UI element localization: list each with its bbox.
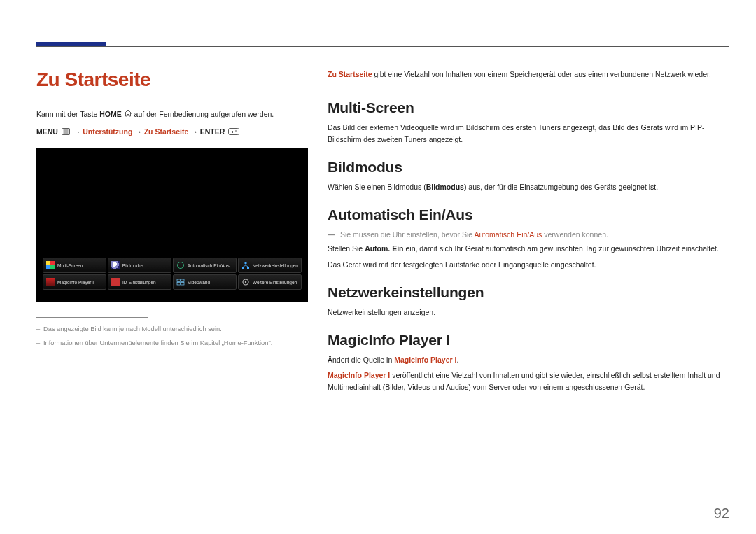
picture-mode-icon: [111, 261, 120, 269]
auto-line2: Das Gerät wird mit der festgelegten Laut…: [328, 259, 729, 270]
tile-bildmodus[interactable]: Bildmodus: [108, 258, 172, 273]
svg-point-13: [245, 281, 246, 283]
gear-icon: [241, 278, 250, 286]
enter-label: ENTER: [200, 127, 225, 136]
menu-label: MENU: [36, 127, 58, 136]
intro-tail: auf der Fernbedienung aufgerufen werden.: [132, 110, 274, 118]
heading-auto: Automatisch Ein/Aus: [328, 206, 729, 223]
auto-note-bold: Automatisch Ein/Aus: [474, 230, 542, 239]
svg-rect-7: [247, 267, 249, 269]
bm-before: Wählen Sie einen Bildmodus (: [328, 183, 426, 191]
heading-magicinfo: MagicInfo Player I: [328, 332, 729, 349]
mi-l1-after: .: [456, 356, 458, 364]
auto-note: Sie müssen die Uhr einstellen, bevor Sie…: [328, 229, 729, 240]
tile-videowall[interactable]: Videowand: [173, 274, 237, 290]
auto-line1: Stellen Sie Autom. Ein ein, damit sich I…: [328, 243, 729, 254]
auto-l1-before: Stellen Sie: [328, 244, 365, 253]
footnote-1: Das angezeigte Bild kann je nach Modell …: [36, 325, 308, 334]
intro-lead: Kann mit der Taste: [36, 110, 99, 118]
svg-rect-11: [181, 283, 185, 286]
mi-line1: Ändert die Quelle in MagicInfo Player I.: [328, 354, 729, 365]
videowall-icon: [176, 278, 185, 286]
svg-rect-4: [229, 129, 239, 135]
id-settings-icon: [111, 278, 120, 286]
launcher-row-2: MagicInfo Player I ID-Einstellungen Vide…: [43, 274, 302, 290]
mi-l2-red: MagicInfo Player I: [328, 371, 390, 379]
heading-multi-screen: Multi-Screen: [328, 99, 729, 116]
tile-label: Weitere Einstellungen: [253, 280, 297, 285]
page-number: 92: [714, 505, 729, 521]
mi-l1-before: Ändert die Quelle in: [328, 356, 394, 364]
lead-paragraph: Zu Startseite gibt eine Vielzahl von Inh…: [328, 69, 729, 80]
lead-tail: gibt eine Vielzahl von Inhalten von eine…: [372, 70, 711, 78]
menu-path-step2: Zu Startseite: [144, 127, 189, 136]
product-screenshot: Multi-Screen Bildmodus Automatisch Ein/A…: [36, 148, 308, 302]
auto-l1-bold: Autom. Ein: [365, 244, 403, 253]
page-content: Zu Startseite Kann mit der Taste HOME au…: [36, 46, 729, 534]
mi-line2: MagicInfo Player I veröffentlicht eine V…: [328, 370, 729, 393]
text-multi-screen: Das Bild der externen Videoquelle wird i…: [328, 122, 729, 145]
tile-label: Automatisch Ein/Aus: [188, 263, 230, 268]
menu-icon: [62, 128, 70, 136]
launcher-bar: Multi-Screen Bildmodus Automatisch Ein/A…: [43, 258, 302, 291]
svg-rect-10: [177, 283, 181, 286]
svg-rect-5: [244, 262, 246, 264]
tile-auto-onoff[interactable]: Automatisch Ein/Aus: [173, 258, 237, 273]
tile-label: Multi-Screen: [57, 263, 83, 268]
tile-magicinfo[interactable]: MagicInfo Player I: [43, 274, 106, 290]
mi-l1-red: MagicInfo Player I: [394, 356, 456, 364]
launcher-row-1: Multi-Screen Bildmodus Automatisch Ein/A…: [43, 258, 302, 273]
auto-note-before: Sie müssen die Uhr einstellen, bevor Sie: [340, 230, 474, 239]
text-netzwerk: Netzwerkeinstellungen anzeigen.: [328, 307, 729, 318]
home-key-label: HOME: [99, 110, 122, 118]
auto-l1-after: ein, damit sich Ihr Gerät automatisch am…: [404, 244, 719, 253]
home-icon: [124, 109, 132, 120]
tile-label: Bildmodus: [122, 263, 144, 268]
magicinfo-icon: [46, 278, 55, 286]
section-multi-screen: Multi-Screen Das Bild der externen Video…: [328, 99, 729, 145]
section-netzwerk: Netzwerkeinstellungen Netzwerkeinstellun…: [328, 284, 729, 318]
heading-netzwerk: Netzwerkeinstellungen: [328, 284, 729, 301]
network-icon: [241, 261, 250, 269]
bm-after: ) aus, der für die Einsatzumgebung des G…: [464, 183, 658, 191]
auto-note-after: verwenden können.: [542, 230, 608, 239]
section-bildmodus: Bildmodus Wählen Sie einen Bildmodus (Bi…: [328, 159, 729, 192]
bm-bold: Bildmodus: [426, 183, 464, 191]
menu-path-step1: Unterstützung: [83, 127, 132, 136]
tile-label: ID-Einstellungen: [122, 280, 156, 285]
tile-label: MagicInfo Player I: [57, 280, 94, 285]
section-auto-onoff: Automatisch Ein/Aus Sie müssen die Uhr e…: [328, 206, 729, 270]
tile-more-settings[interactable]: Weitere Einstellungen: [238, 274, 302, 290]
svg-rect-6: [242, 267, 244, 269]
svg-rect-9: [181, 279, 185, 282]
menu-path: MENU → Unterstützung → Zu Startseite → E…: [36, 127, 308, 136]
footnote-2: Informationen über Untermenüelemente fin…: [36, 339, 308, 348]
footnote-separator: [36, 317, 148, 318]
tile-label: Netzwerkeinstellungen: [253, 263, 298, 268]
left-column: Zu Startseite Kann mit der Taste HOME au…: [36, 69, 308, 534]
enter-icon: [228, 128, 239, 136]
lead-red: Zu Startseite: [328, 70, 372, 78]
tile-label: Videowand: [188, 280, 210, 285]
section-magicinfo: MagicInfo Player I Ändert die Quelle in …: [328, 332, 729, 393]
text-bildmodus: Wählen Sie einen Bildmodus (Bildmodus) a…: [328, 181, 729, 192]
tile-multi-screen[interactable]: Multi-Screen: [43, 258, 106, 273]
tile-id-settings[interactable]: ID-Einstellungen: [108, 274, 172, 290]
clock-icon: [176, 261, 185, 269]
right-column: Zu Startseite gibt eine Vielzahl von Inh…: [328, 69, 729, 534]
tile-network[interactable]: Netzwerkeinstellungen: [238, 258, 302, 273]
page-title: Zu Startseite: [36, 69, 308, 91]
intro-text: Kann mit der Taste HOME auf der Fernbedi…: [36, 109, 308, 120]
multi-screen-icon: [46, 261, 55, 269]
svg-rect-8: [177, 279, 181, 282]
heading-bildmodus: Bildmodus: [328, 159, 729, 176]
